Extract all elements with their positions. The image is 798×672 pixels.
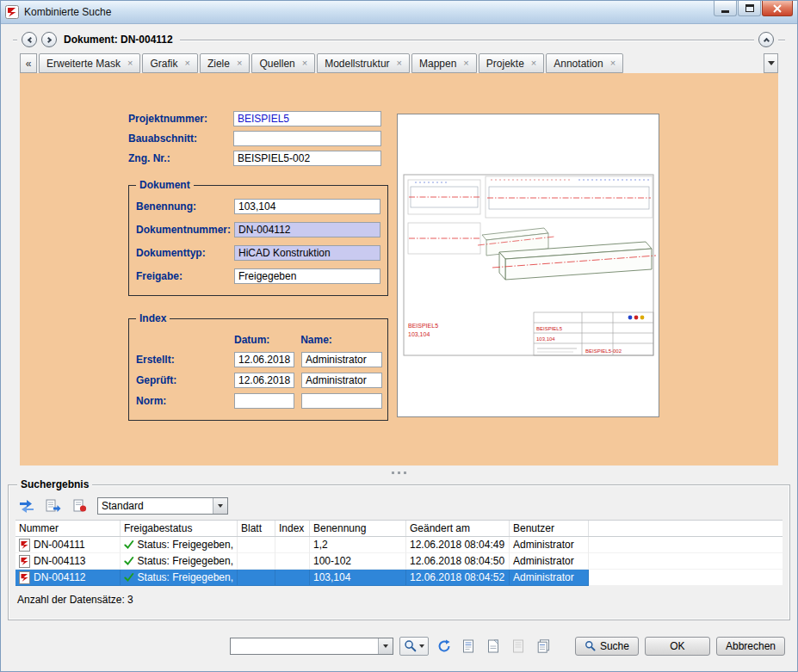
datum-header: Datum: [234, 334, 294, 346]
projektnummer-field[interactable] [233, 111, 381, 126]
combo-dropdown-button[interactable] [378, 638, 393, 654]
svg-text:BEISPIEL5: BEISPIEL5 [408, 323, 438, 329]
nav-back-button[interactable] [22, 32, 37, 47]
maximize-icon [745, 4, 754, 12]
tab-modellstruktur[interactable]: Modellstruktur × [317, 53, 410, 73]
footer-bar: Suche OK Abbrechen [1, 620, 797, 671]
table-row[interactable]: DN-004111 Status: Freigegeben, 1,2 12.06… [15, 537, 783, 553]
combo-dropdown-button[interactable] [213, 498, 227, 514]
drawing-preview-image: BEISPIEL5 103,104 BEISPIEL5 103,104 BEI [398, 114, 659, 416]
splitter-handle[interactable] [1, 465, 797, 479]
projektnummer-label: Projektnummer: [128, 113, 233, 125]
column-header-benennung[interactable]: Benennung [310, 521, 406, 536]
suchergebnis-groupbox: Suchergebnis [8, 484, 790, 620]
bauabschnitt-label: Bauabschnitt: [128, 133, 233, 145]
minimize-button[interactable] [714, 1, 737, 16]
table-row-selected[interactable]: DN-004112 Status: Freigegeben, 103,104 1… [15, 570, 783, 586]
copy-document-button[interactable] [535, 638, 554, 655]
freigabe-label: Freigabe: [136, 270, 234, 282]
tab-label: Ziele [207, 58, 230, 70]
tab-label: Quellen [259, 58, 294, 70]
refresh-results-button[interactable] [17, 497, 36, 515]
tab-annotation[interactable]: Annotation × [546, 53, 623, 73]
cell-benennung: 103,104 [313, 571, 350, 583]
erstellt-datum-field[interactable] [234, 352, 294, 367]
dokument-groupbox: Dokument Benennung: Dokumentnummer: Doku… [128, 185, 388, 296]
tab-projekte[interactable]: Projekte × [479, 53, 544, 73]
maximize-button[interactable] [738, 1, 761, 16]
nav-forward-button[interactable] [41, 32, 57, 47]
chevron-down-icon [383, 644, 388, 648]
benennung-field[interactable] [234, 199, 380, 214]
mask-form: Projektnummer: Bauabschnitt: Zng. Nr.: D… [128, 111, 388, 421]
norm-name-field[interactable] [301, 393, 382, 409]
report-button[interactable] [71, 497, 90, 515]
splitter-dot [398, 472, 400, 474]
column-header-freigabestatus[interactable]: Freigabestatus [121, 521, 238, 536]
tab-close-icon[interactable]: × [184, 59, 189, 68]
geprueft-label: Geprüft: [136, 374, 234, 386]
chevron-up-icon [763, 38, 769, 44]
result-view-combo[interactable]: Standard [97, 497, 228, 515]
column-header-filler [589, 521, 783, 536]
column-header-index[interactable]: Index [275, 521, 310, 536]
close-button[interactable] [762, 1, 793, 16]
splitter-dot [392, 472, 394, 474]
document-list-icon [462, 639, 475, 653]
ok-button[interactable]: OK [645, 637, 710, 656]
bauabschnitt-field[interactable] [233, 131, 381, 146]
tab-overflow-button[interactable] [764, 53, 778, 73]
cell-benutzer: Administrator [513, 555, 574, 567]
table-row[interactable]: DN-004113 Status: Freigegeben, 100-102 1… [15, 553, 783, 570]
abbrechen-button[interactable]: Abbrechen [716, 637, 785, 656]
column-header-geaendert-am[interactable]: Geändert am [406, 521, 510, 536]
tab-erweiterte-mask[interactable]: Erweiterte Mask × [39, 53, 140, 73]
document-icon [19, 571, 30, 584]
geprueft-datum-field[interactable] [234, 373, 294, 388]
print-button [510, 638, 529, 655]
erstellt-name-field[interactable] [301, 352, 382, 367]
dokument-group-label: Dokument [136, 179, 194, 191]
tab-close-icon[interactable]: × [127, 59, 133, 68]
tab-close-icon[interactable]: × [463, 59, 468, 68]
document-icon [19, 539, 30, 552]
tab-quellen[interactable]: Quellen × [251, 53, 315, 73]
dokumentnummer-field[interactable] [234, 222, 380, 237]
tab-scroll-left-button[interactable]: « [20, 53, 37, 73]
zng-nr-field[interactable] [233, 151, 381, 166]
refresh-button[interactable] [435, 638, 454, 655]
collapse-button[interactable] [758, 32, 774, 47]
report-icon [72, 499, 88, 513]
export-result-button[interactable] [44, 497, 63, 515]
printer-icon [512, 639, 525, 653]
norm-datum-field[interactable] [234, 393, 294, 409]
index-groupbox: Index Datum: Name: Erstellt: Geprüft: [128, 318, 388, 421]
quick-search-combo[interactable] [230, 638, 393, 655]
geprueft-name-field[interactable] [301, 373, 382, 388]
tab-mappen[interactable]: Mappen × [411, 53, 477, 73]
open-document-button[interactable] [460, 638, 479, 655]
sync-arrows-icon [19, 499, 34, 513]
svg-text:BEISPIEL5-002: BEISPIEL5-002 [585, 348, 622, 354]
tab-close-icon[interactable]: × [237, 59, 242, 68]
close-icon [773, 4, 782, 13]
search-options-button[interactable] [399, 637, 429, 656]
column-header-benutzer[interactable]: Benutzer [510, 521, 589, 536]
column-header-nummer[interactable]: Nummer [15, 521, 121, 536]
tab-close-icon[interactable]: × [397, 59, 402, 68]
tab-close-icon[interactable]: × [302, 59, 307, 68]
freigabe-field[interactable] [234, 268, 380, 284]
dokumenttyp-field[interactable] [234, 245, 380, 261]
tab-close-icon[interactable]: × [531, 59, 536, 68]
divider [180, 40, 754, 40]
tab-ziele[interactable]: Ziele × [200, 53, 250, 73]
kombinierte-suche-window: Kombinierte Suche Dokument: DN-004112 « … [0, 0, 798, 672]
tab-grafik[interactable]: Grafik × [142, 53, 197, 73]
suche-button[interactable]: Suche [575, 637, 639, 656]
tab-close-icon[interactable]: × [610, 59, 616, 68]
cell-benennung: 100-102 [313, 555, 351, 567]
column-header-blatt[interactable]: Blatt [238, 521, 275, 536]
suchergebnis-label: Suchergebnis [17, 478, 92, 490]
chevron-right-icon [45, 36, 51, 42]
new-document-button[interactable] [485, 638, 504, 655]
